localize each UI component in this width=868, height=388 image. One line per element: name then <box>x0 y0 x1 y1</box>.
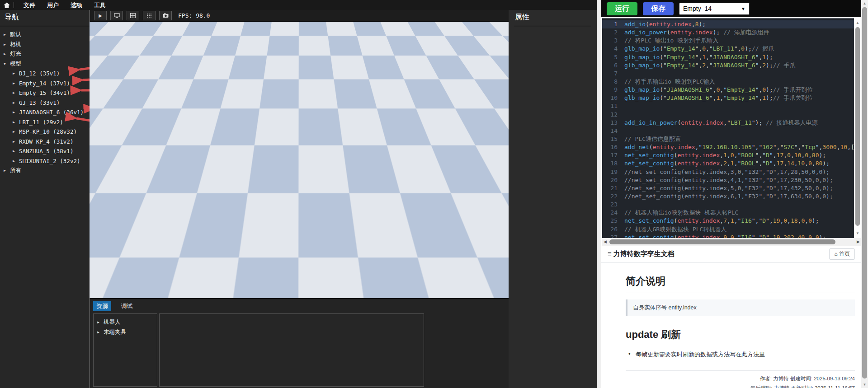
chevron-right-icon[interactable]: ▶ <box>97 320 104 324</box>
home-icon[interactable] <box>0 2 14 8</box>
doc-home-button[interactable]: ⌂ 首页 <box>829 248 855 260</box>
tree-item[interactable]: ▶灯光 <box>0 49 90 59</box>
bottom-panel: 资源 调试 ▶机器人▶末端夹具 <box>90 298 509 388</box>
code-line[interactable]: 21//net_set_config(entity.index,5,0,"F32… <box>602 184 861 192</box>
chevron-right-icon[interactable]: ▶ <box>13 120 19 124</box>
chevron-down-icon[interactable]: ▼ <box>4 62 10 66</box>
code-line[interactable]: 13add_io_in_power(entity.index,"LBT_11")… <box>602 119 861 127</box>
code-line[interactable]: 16add_net(entity.index,"192.168.10.105",… <box>602 143 861 151</box>
code-text: //net_set_config(entity.index,4,1,"I32",… <box>624 176 833 184</box>
menu-item[interactable]: 文件 <box>24 2 35 9</box>
tree-item[interactable]: ▶MSP-KP_10 (28v32) <box>0 127 90 137</box>
code-line[interactable]: 11 <box>602 102 861 110</box>
code-line[interactable]: 1add_io(entity.index,8); <box>602 20 861 28</box>
tree-item[interactable]: ▶JIANDAOSHI_6 (36v1) <box>0 108 90 117</box>
code-line[interactable]: 15// PLC通信信息配置 <box>602 135 861 143</box>
chevron-right-icon[interactable]: ▶ <box>97 330 104 334</box>
code-line[interactable]: 8// 将手爪输出io 映射到PLC输入 <box>602 78 861 86</box>
chevron-right-icon[interactable]: ▶ <box>4 33 10 37</box>
chevron-right-icon[interactable]: ▶ <box>13 101 19 105</box>
code-line[interactable]: 3// 将PLC 输出io 映射到手爪输入 <box>602 37 861 45</box>
tree-item[interactable]: ▼模型 <box>0 59 90 69</box>
scroll-up-icon[interactable]: ▲ <box>861 1 868 5</box>
scroll-down-icon[interactable]: ▼ <box>854 231 861 235</box>
hamburger-icon[interactable]: ≡ <box>608 250 612 257</box>
code-hscrollbar[interactable]: ◀ ▶ <box>602 238 861 246</box>
code-editor[interactable]: 1add_io(entity.index,8);2add_io_power(en… <box>602 18 861 238</box>
code-line[interactable]: 6glb_map_io("Empty_14",2,"JIANDAOSHI_6",… <box>602 61 861 70</box>
chevron-right-icon[interactable]: ▶ <box>13 110 19 114</box>
code-line[interactable]: 26// 机器人GB映射数据块 PLC转机器人 <box>602 225 861 234</box>
tree-item[interactable]: ▶LBT_11 (29v2) <box>0 117 90 127</box>
entity-select[interactable]: Empty_14 ▼ <box>679 3 750 15</box>
tree-item[interactable]: ▶末端夹具 <box>94 327 157 337</box>
chevron-right-icon[interactable]: ▶ <box>13 149 19 153</box>
chevron-right-icon[interactable]: ▶ <box>4 52 10 56</box>
tree-item[interactable]: ▶RXDW-KP_4 (31v2) <box>0 137 90 147</box>
code-line[interactable]: 4glb_map_io("Empty_14",0,"LBT_11",0);// … <box>602 45 861 53</box>
code-line[interactable]: 12 <box>602 111 861 119</box>
tree-item[interactable]: ▶相机 <box>0 40 90 50</box>
chevron-right-icon[interactable]: ▶ <box>13 159 19 163</box>
play-button[interactable]: ▶ <box>94 11 107 20</box>
display-button[interactable] <box>110 11 123 20</box>
code-line[interactable]: 9glb_map_io("JIANDAOSHI_6",0,"Empty_14",… <box>602 86 861 94</box>
3d-scene[interactable]: 智能夹具综合实训平台 <box>90 22 509 298</box>
code-line[interactable]: 14 <box>602 127 861 135</box>
tree-item[interactable]: ▶Empty_15 (34v1) <box>0 88 90 98</box>
code-line[interactable]: 27net_set_config(entity.index,9,0,"I16",… <box>602 234 861 238</box>
grid-toggle-button[interactable] <box>143 11 156 20</box>
chevron-right-icon[interactable]: ▶ <box>13 91 19 95</box>
code-line[interactable]: 24// 机器人输出io映射数据块 机器人转PLC <box>602 209 861 217</box>
scroll-left-icon[interactable]: ◀ <box>604 239 607 244</box>
chevron-right-icon[interactable]: ▶ <box>4 168 10 173</box>
code-line[interactable]: 17net_set_config(entity.index,1,0,"BOOL"… <box>602 151 861 159</box>
script-doc-panel: 运行 保存 Empty_14 ▼ 1add_io(entity.index,8)… <box>601 0 868 388</box>
page-scroll-thumb[interactable] <box>862 7 867 379</box>
tree-item[interactable]: ▶机器人 <box>94 318 157 327</box>
code-line[interactable]: 18net_set_config(entity.index,2,1,"BOOL"… <box>602 159 861 168</box>
code-scroll-thumb[interactable] <box>855 27 860 226</box>
code-line[interactable]: 25net_set_config(entity.index,7,1,"I16",… <box>602 217 861 225</box>
tree-item[interactable]: ▶GJ_13 (33v1) <box>0 98 90 108</box>
code-line[interactable]: 7 <box>602 70 861 78</box>
camera-button[interactable] <box>159 11 172 20</box>
line-number: 14 <box>602 127 624 135</box>
scroll-up-icon[interactable]: ▲ <box>854 21 861 25</box>
tree-item[interactable]: ▶DJ_12 (35v1) <box>0 69 90 79</box>
line-number: 15 <box>602 135 624 143</box>
menu-item[interactable]: 用户 <box>47 2 59 9</box>
chevron-right-icon[interactable]: ▶ <box>4 42 10 47</box>
tree-item-label: 相机 <box>10 41 21 48</box>
tree-item[interactable]: ▶SANZHUA_5 (38v1) <box>0 146 90 156</box>
code-line[interactable]: 2add_io_power(entity.index); // 添加电源组件 <box>602 28 861 37</box>
doc-bullet: 每帧更新需要实时刷新的数据或方法写在此方法里 <box>626 351 855 359</box>
code-line[interactable]: 10glb_map_io("JIANDAOSHI_6",1,"Empty_14"… <box>602 94 861 102</box>
save-button[interactable]: 保存 <box>643 2 674 15</box>
code-line[interactable]: 19//net_set_config(entity.index,3,0,"I32… <box>602 168 861 176</box>
tree-item[interactable]: ▶所有 <box>0 166 90 176</box>
tab-debug[interactable]: 调试 <box>118 301 136 311</box>
scroll-right-icon[interactable]: ▶ <box>857 239 860 244</box>
page-scrollbar[interactable]: ▲ ▼ <box>861 0 868 388</box>
chevron-right-icon[interactable]: ▶ <box>13 130 19 134</box>
chevron-right-icon[interactable]: ▶ <box>13 140 19 144</box>
menu-item[interactable]: 工具 <box>94 2 106 9</box>
tree-item[interactable]: ▶Empty_14 (37v1) <box>0 79 90 89</box>
chevron-right-icon[interactable]: ▶ <box>13 81 19 85</box>
tree-item[interactable]: ▶SHIXUNTAI_2 (32v2) <box>0 156 90 166</box>
scroll-down-icon[interactable]: ▼ <box>861 383 868 387</box>
code-hscroll-thumb[interactable] <box>609 239 835 244</box>
fps-counter: FPS: 98.0 <box>178 12 210 19</box>
chevron-right-icon[interactable]: ▶ <box>13 71 19 75</box>
code-line[interactable]: 20//net_set_config(entity.index,4,1,"I32… <box>602 176 861 184</box>
code-scrollbar[interactable]: ▲ ▼ <box>854 18 861 238</box>
tab-resources[interactable]: 资源 <box>93 301 111 311</box>
code-line[interactable]: 23 <box>602 201 861 209</box>
code-line[interactable]: 5glb_map_io("Empty_14",1,"JIANDAOSHI_6",… <box>602 53 861 61</box>
code-line[interactable]: 22//net_set_config(entity.index,6,1,"F32… <box>602 192 861 201</box>
tree-item[interactable]: ▶默认 <box>0 30 90 40</box>
menu-item[interactable]: 选项 <box>71 2 82 9</box>
split-view-button[interactable] <box>127 11 139 20</box>
run-button[interactable]: 运行 <box>607 2 637 15</box>
